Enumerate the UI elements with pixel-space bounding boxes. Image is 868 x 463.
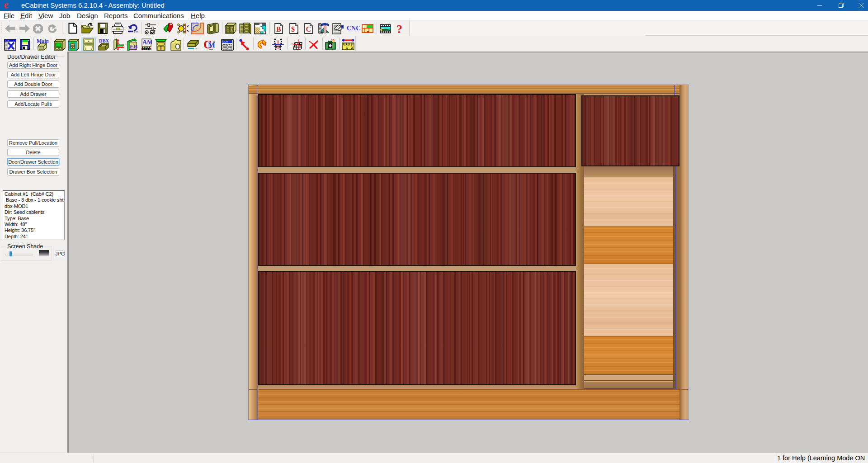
svg-text:EB: EB <box>130 43 137 50</box>
svg-text:$: $ <box>291 25 295 33</box>
svg-text:CC: CC <box>224 47 227 50</box>
svg-text:2: 2 <box>351 46 353 50</box>
svg-text:B: B <box>276 25 281 33</box>
svg-text:1: 1 <box>346 46 348 50</box>
svg-text:AM: AM <box>142 39 152 46</box>
svg-text:L/2: L/2 <box>229 47 232 50</box>
svg-text:CON: CON <box>223 40 228 43</box>
svg-text:ID-C: ID-C <box>223 44 228 47</box>
svg-text:C: C <box>306 25 311 33</box>
svg-text:DBX: DBX <box>99 38 109 43</box>
svg-text:M: M <box>208 41 215 49</box>
